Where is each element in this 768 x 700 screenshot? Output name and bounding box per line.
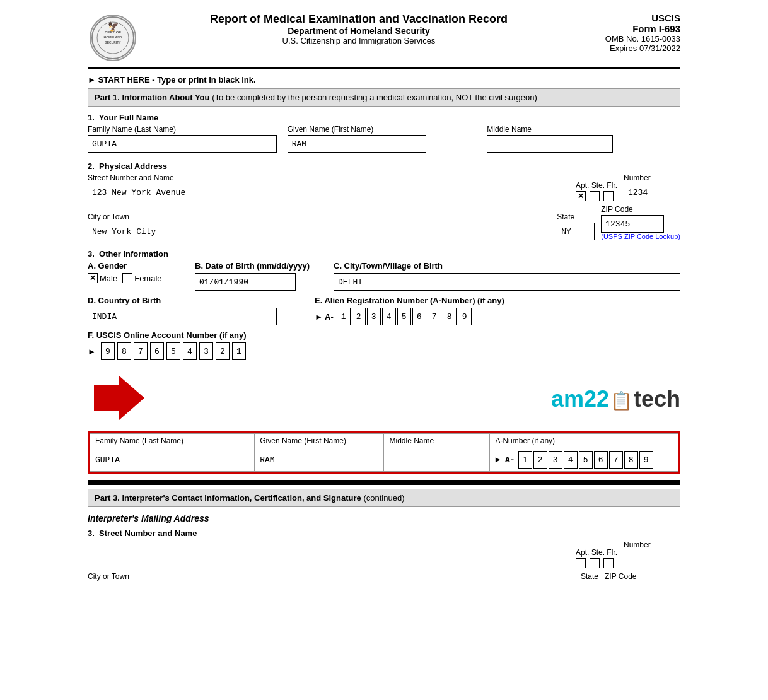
alien-digit-8[interactable]: 8 [443, 308, 457, 325]
state-label: State [557, 213, 595, 221]
usps-link[interactable]: (USPS ZIP Code Lookup) [601, 233, 680, 240]
interpreter-mailing-address: Interpreter's Mailing Address 3. Street … [88, 513, 680, 582]
online-digit-6[interactable]: 4 [183, 342, 197, 360]
am22tech-text-cyan: am22 [551, 386, 609, 412]
female-label: Female [134, 274, 161, 283]
start-here-text: ► START HERE - Type or print in black in… [88, 75, 680, 85]
section3-number: 3. Other Information [88, 249, 680, 259]
state-input[interactable] [557, 223, 595, 240]
form-title: Report of Medical Examination and Vaccin… [138, 13, 579, 26]
alien-digit-6[interactable]: 6 [412, 308, 426, 325]
middle-name-label: Middle Name [487, 125, 680, 134]
form-header: DEPT OF HOMELAND SECURITY 🦅 Report of Me… [88, 13, 680, 63]
apt-check-row: ✕ [576, 191, 617, 201]
part3-header: Part 3. Interpreter's Contact Informatio… [88, 489, 680, 507]
department-title: Department of Homeland Security [138, 26, 579, 36]
interpreter-ste-checkbox[interactable] [590, 558, 600, 568]
name-fields-row: Family Name (Last Name) Given Name (Firs… [88, 125, 680, 153]
online-digit-5[interactable]: 5 [166, 342, 180, 360]
given-name-group: Given Name (First Name) [288, 125, 481, 153]
zip-group: ZIP Code (USPS ZIP Code Lookup) [601, 205, 680, 240]
summary-a-digit-1: 1 [518, 451, 532, 469]
city-birth-group: C. City/Town/Village of Birth [334, 261, 680, 291]
online-digit-4[interactable]: 6 [150, 342, 164, 360]
interpreter-apt-checkbox[interactable] [576, 558, 586, 568]
dob-input[interactable] [195, 273, 296, 291]
street-input[interactable] [88, 184, 569, 201]
interpreter-street-row: Apt. Ste. Flr. Number [88, 540, 680, 568]
interpreter-address-title: Interpreter's Mailing Address [88, 513, 680, 523]
city-input[interactable] [88, 223, 550, 240]
red-arrow-container [88, 373, 151, 425]
given-name-input[interactable] [288, 135, 426, 153]
interpreter-street-group [88, 551, 569, 568]
country-birth-input[interactable] [88, 308, 277, 325]
alien-digit-1[interactable]: 1 [337, 308, 351, 325]
ste-checkbox[interactable] [590, 191, 600, 201]
header-divider [88, 67, 680, 69]
interpreter-apt-label-row: Apt. Ste. Flr. [576, 548, 617, 557]
female-checkbox[interactable] [122, 273, 132, 283]
alien-digit-9[interactable]: 9 [458, 308, 472, 325]
interpreter-state-group: State [581, 572, 598, 582]
svg-marker-6 [94, 376, 144, 420]
flr-checkbox[interactable] [603, 191, 614, 201]
online-digit-2[interactable]: 8 [117, 342, 131, 360]
city-birth-input[interactable] [334, 273, 680, 291]
section2-number: 2. Physical Address [88, 161, 680, 171]
interpreter-apt-label: Apt. Ste. Flr. [576, 548, 617, 557]
male-option: ✕ Male [88, 273, 117, 283]
summary-row: GUPTA RAM ► A- 1 2 3 4 5 6 7 [90, 448, 678, 472]
online-digit-3[interactable]: 7 [134, 342, 148, 360]
interpreter-number-input[interactable] [624, 551, 680, 568]
summary-a-digit-3: 3 [549, 451, 562, 469]
alien-digit-7[interactable]: 7 [428, 308, 441, 325]
am22tech-logo: am22📋tech [551, 386, 680, 412]
alien-digit-3[interactable]: 3 [367, 308, 381, 325]
interpreter-city-state-zip-row: City or Town State ZIP Code [88, 572, 680, 582]
section-address: 2. Physical Address Street Number and Na… [88, 161, 680, 240]
summary-a-digit-2: 2 [533, 451, 547, 469]
interpreter-number-group: Number [624, 540, 680, 568]
city-group: City or Town [88, 213, 550, 240]
svg-text:🦅: 🦅 [108, 21, 119, 32]
alien-digit-4[interactable]: 4 [382, 308, 396, 325]
apt-label-row: Apt. Ste. Flr. [576, 181, 617, 190]
online-digit-7[interactable]: 3 [199, 342, 213, 360]
interpreter-city-group: City or Town [88, 572, 574, 582]
part1-header: Part 1. Information About You (To be com… [88, 88, 680, 107]
zip-input[interactable] [601, 215, 664, 233]
online-account-label: F. USCIS Online Account Number (if any) [88, 330, 680, 340]
dob-group: B. Date of Birth (mm/dd/yyyy) [195, 261, 321, 291]
interpreter-street-input[interactable] [88, 551, 569, 568]
family-name-group: Family Name (Last Name) [88, 125, 281, 153]
online-digit-1[interactable]: 9 [101, 342, 115, 360]
arrow-logo-section: am22📋tech [88, 373, 680, 425]
summary-a-number-row: ► A- 1 2 3 4 5 6 7 8 9 [495, 451, 673, 469]
street-group: Street Number and Name [88, 173, 569, 201]
online-digit-9[interactable]: 1 [232, 342, 246, 360]
alien-arrow: ► A- [315, 312, 334, 322]
city-birth-label: C. City/Town/Village of Birth [334, 261, 680, 271]
number-label: Number [624, 173, 680, 182]
other-info-row-de: D. Country of Birth E. Alien Registratio… [88, 296, 680, 325]
apt-label: Apt. Ste. Flr. [576, 181, 617, 190]
apt-checkbox[interactable]: ✕ [576, 191, 586, 201]
male-checkbox[interactable]: ✕ [88, 273, 98, 283]
alien-number-row: ► A- 1 2 3 4 5 6 7 8 9 [315, 308, 680, 325]
expiry-date: Expires 07/31/2022 [579, 44, 680, 53]
am22tech-text-dark: tech [634, 386, 680, 412]
summary-a-digit-9: 9 [639, 451, 653, 469]
online-digit-8[interactable]: 2 [216, 342, 230, 360]
alien-digit-5[interactable]: 5 [397, 308, 411, 325]
family-name-input[interactable] [88, 135, 277, 153]
summary-a-digit-7: 7 [609, 451, 623, 469]
bottom-black-bar [88, 480, 680, 485]
section1-number: 1. Your Full Name [88, 113, 680, 122]
number-input[interactable] [624, 184, 680, 201]
alien-label: E. Alien Registration Number (A-Number) … [315, 296, 680, 305]
alien-digit-2[interactable]: 2 [352, 308, 366, 325]
city-state-zip-row: City or Town State ZIP Code (USPS ZIP Co… [88, 205, 680, 240]
interpreter-flr-checkbox[interactable] [603, 558, 614, 568]
middle-name-input[interactable] [487, 135, 613, 153]
